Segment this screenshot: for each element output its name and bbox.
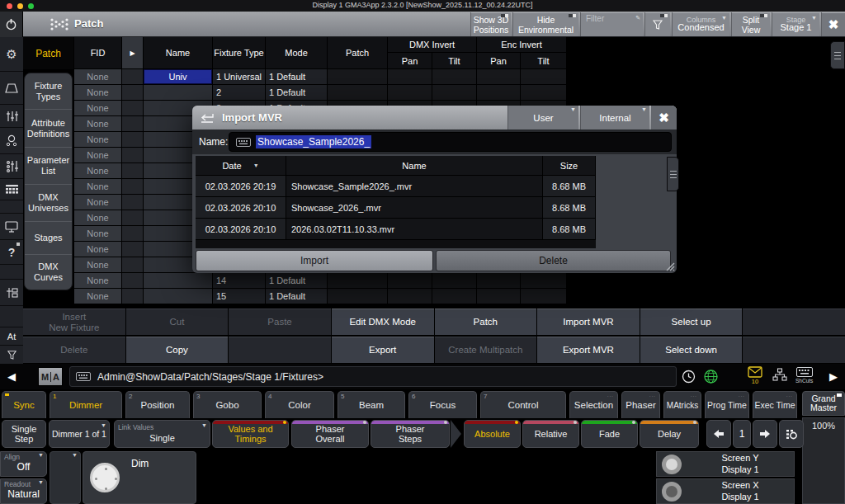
layer-values-timings[interactable]: Values and Timings: [212, 420, 289, 448]
window-scrollbar-grip[interactable]: [830, 41, 845, 69]
faders-button[interactable]: [0, 105, 23, 128]
cell-mode[interactable]: 1 Default: [266, 289, 328, 304]
cell-expand[interactable]: [122, 226, 144, 242]
cell-fid[interactable]: None: [74, 116, 122, 132]
action-button[interactable]: Delete: [23, 337, 125, 363]
cell-expand[interactable]: [122, 85, 144, 101]
dialog-titlebar[interactable]: Import MVR User ▼ Internal ▼ ✖: [192, 106, 677, 130]
grand-master[interactable]: Grand Master: [802, 391, 845, 416]
ma-logo[interactable]: MA: [38, 367, 63, 386]
file-row[interactable]: 02.03.2026 20:10 Showcase_2026_.mvr 8.68…: [196, 197, 596, 219]
power-button[interactable]: [0, 12, 23, 37]
action-button[interactable]: Export MVR: [537, 337, 640, 363]
filter-tool-button[interactable]: [0, 346, 23, 364]
action-button[interactable]: Paste: [229, 309, 331, 335]
filter-funnel-button[interactable]: [644, 12, 670, 36]
command-line-input[interactable]: Admin@ShowData/Patch/Stages/Stage 1/Fixt…: [69, 366, 677, 387]
presets-button[interactable]: [0, 154, 23, 179]
knob-icon[interactable]: [662, 482, 682, 502]
cell-dmx-invert-pan[interactable]: [388, 289, 432, 304]
step-previous-button[interactable]: [706, 420, 731, 448]
cell-enc-invert-tilt[interactable]: [521, 289, 567, 304]
action-button[interactable]: Import MVR: [537, 309, 640, 335]
column-header-dmx-pan[interactable]: Pan: [388, 53, 432, 69]
table-row[interactable]: None Univ 1 Universal 1 Default: [74, 69, 567, 85]
selection-button[interactable]: ∙∙∙ Selection: [569, 391, 618, 418]
cell-fid[interactable]: None: [74, 257, 122, 273]
grand-master-fader[interactable]: 100%: [802, 417, 845, 504]
patch-window-titlebar[interactable]: Patch Show 3D Positions Hide Environment…: [23, 12, 845, 37]
cell-mode[interactable]: 1 Default: [266, 69, 328, 85]
tab-parameter-list[interactable]: Parameter List: [25, 148, 72, 185]
io-config-button[interactable]: [0, 280, 23, 306]
cell-fid[interactable]: None: [74, 69, 122, 85]
network-world-button[interactable]: [703, 369, 719, 384]
dimmer-encoder[interactable]: Dim: [83, 451, 196, 504]
cell-expand[interactable]: [122, 179, 144, 195]
cell-fid[interactable]: None: [74, 132, 122, 148]
cell-fixture-type[interactable]: 2: [213, 85, 266, 101]
table-row[interactable]: None 15 1 Default: [74, 289, 567, 304]
dimmer-page-selector[interactable]: ▼ Dimmer 1 of 1: [49, 420, 110, 448]
cell-fid[interactable]: None: [74, 148, 122, 163]
cell-expand[interactable]: [122, 210, 144, 226]
network-nodes-button[interactable]: [772, 368, 787, 381]
action-button[interactable]: Insert New Fixture: [23, 309, 125, 335]
cell-fid[interactable]: None: [74, 210, 122, 226]
cell-expand[interactable]: [122, 195, 144, 210]
step-number-field[interactable]: 1: [733, 420, 751, 448]
cell-mode[interactable]: 1 Default: [266, 85, 328, 101]
cell-fid[interactable]: None: [74, 242, 122, 257]
cell-enc-invert-tilt[interactable]: [521, 69, 567, 85]
mode-delay[interactable]: Delay: [640, 420, 699, 448]
messages-button[interactable]: 10: [748, 366, 762, 385]
action-button[interactable]: Select up: [640, 309, 743, 335]
file-date[interactable]: 02.03.2026 20:10: [196, 197, 286, 219]
column-header-enc-tilt[interactable]: Tilt: [521, 53, 567, 69]
tab-user[interactable]: User ▼: [507, 106, 578, 130]
tab-dimmer[interactable]: 1 Dimmer: [50, 391, 122, 418]
action-button[interactable]: Select down: [640, 337, 743, 363]
encoder-page-button[interactable]: [779, 420, 804, 448]
action-button[interactable]: Cut: [126, 309, 229, 335]
cell-expand[interactable]: [122, 273, 144, 289]
cell-enc-invert-tilt[interactable]: [521, 85, 567, 101]
tab-gobo[interactable]: 3 Gobo: [193, 391, 262, 418]
cell-expand[interactable]: [122, 289, 144, 304]
column-header-patch[interactable]: Patch: [328, 37, 388, 69]
help-button[interactable]: ?: [0, 240, 23, 265]
tab-color[interactable]: 4 Color: [265, 391, 334, 418]
cell-dmx-invert-pan[interactable]: [388, 273, 432, 289]
action-button[interactable]: Copy: [126, 337, 229, 363]
layer-phaser-steps[interactable]: Phaser Steps: [371, 420, 450, 448]
column-header-dmx-tilt[interactable]: Tilt: [432, 53, 477, 69]
prog-time-button[interactable]: ∙∙∙ Prog Time: [705, 391, 749, 418]
file-size[interactable]: 8.68 MB: [543, 219, 596, 240]
screen-x-encoder[interactable]: Screen X Display 1: [656, 478, 795, 504]
cell-fixture-type[interactable]: 1 Universal: [213, 69, 266, 85]
tab-focus[interactable]: 6 Focus: [408, 391, 477, 418]
cell-fixture-type[interactable]: 14: [213, 273, 266, 289]
column-header-mode[interactable]: Mode: [266, 37, 328, 69]
cell-patch[interactable]: [328, 273, 388, 289]
cell-name[interactable]: [144, 289, 213, 304]
file-size[interactable]: 8.68 MB: [543, 176, 596, 197]
show-3d-positions-button[interactable]: Show 3D Positions: [470, 12, 511, 36]
cell-expand[interactable]: [122, 116, 144, 132]
at-button[interactable]: At: [0, 327, 23, 346]
exec-time-button[interactable]: ∙∙∙ Exec Time: [753, 391, 797, 418]
column-header-enc-invert[interactable]: Enc Invert: [477, 37, 567, 53]
columns-selector[interactable]: Columns ▼ Condensed: [672, 12, 729, 36]
tab-internal[interactable]: Internal ▼: [580, 106, 649, 130]
file-name[interactable]: Showcase_2026_.mvr: [286, 197, 543, 219]
cell-patch[interactable]: [328, 289, 388, 304]
cell-name[interactable]: [144, 273, 213, 289]
clock-button[interactable]: [682, 370, 696, 384]
cell-dmx-invert-tilt[interactable]: [432, 85, 477, 101]
action-button[interactable]: Edit DMX Mode: [332, 309, 434, 335]
tab-dmx-universes[interactable]: DMX Universes: [25, 185, 72, 222]
align-selector[interactable]: Align ▼ Off: [0, 451, 47, 477]
hide-environmental-button[interactable]: Hide Environmental: [512, 12, 578, 36]
cell-expand[interactable]: [122, 132, 144, 148]
mode-fade[interactable]: Fade: [581, 420, 638, 448]
